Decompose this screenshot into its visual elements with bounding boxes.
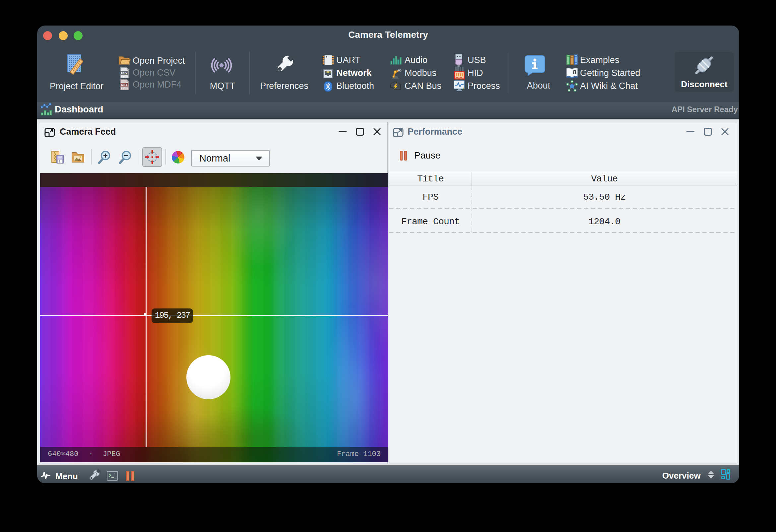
- svg-text:MF4: MF4: [121, 83, 128, 86]
- svg-text:CSV: CSV: [121, 71, 128, 74]
